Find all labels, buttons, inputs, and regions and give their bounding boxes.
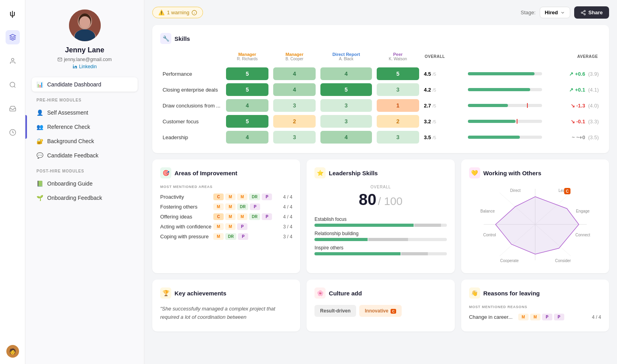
area-score: 4 / 4 [283,194,292,200]
skill-bar [466,98,544,113]
user-avatar[interactable]: 🧑 [6,345,19,358]
nav-onboarding-feedback[interactable]: 🌱 Onboarding Feedback [32,191,138,205]
skills-title: 🔧 Skills [160,33,601,44]
share-button[interactable]: Share [574,6,609,19]
chevron-down-icon [560,10,565,15]
candidate-linkedin[interactable]: Linkedin [32,64,138,69]
leaving-card: 👋 Reasons for leaving MOST MENTIONED REA… [461,280,609,331]
area-tag: M [237,193,247,200]
area-row: Offering ideasCMMDRP4 / 4 [160,213,292,220]
culture-tag-innovative: Innovative C [359,305,402,317]
col-overall: OVERALL [422,50,466,66]
dashboard-icon: 📊 [36,81,43,88]
skill-name: Closing enterprise deals [160,82,224,98]
nav-user-icon[interactable] [6,54,20,68]
score-m2: 3 [271,98,318,113]
score-dr: 4 [318,129,374,145]
area-row: Coping with pressureMDRP3 / 4 [160,233,292,240]
nav-layers-icon[interactable] [6,30,20,44]
reference-check-icon: 👥 [36,124,43,130]
score-m1: 5 [224,66,271,82]
svg-line-21 [583,11,584,12]
score-dr: 3 [318,98,374,113]
skill-name: Performance [160,66,224,82]
culture-title: 🌸 Culture add [314,287,446,299]
area-tag: P [262,193,272,200]
skills-card: 🔧 Skills Manager R. Richards Manager B. … [152,25,609,153]
score-dr: 5 [318,82,374,98]
leadership-score: 80 [359,191,377,208]
stage-select[interactable]: Hired [540,7,570,18]
area-tag: M [213,223,224,230]
stage-area: Stage: Hired Share [521,6,609,19]
culture-c-badge: C [391,309,397,314]
svg-text:Direct: Direct [510,188,520,193]
skill-overall: 3.2 /5 [422,113,466,129]
nav-inbox-icon[interactable] [6,102,20,116]
candidate-photo [69,10,101,41]
nav-search-icon[interactable] [6,78,20,92]
warning-badge[interactable]: ⚠️ 1 warning [152,7,203,18]
skill-avg: ↗ +0.6 (3.9) [544,66,601,82]
working-card: 💛 Working with Others Direct Lead Balanc… [461,159,609,273]
culture-icon: 🌸 [314,287,326,299]
onboarding-guide-icon: 📗 [36,180,43,187]
leadership-skill-row: Relationship building [314,231,446,241]
leadership-skill-row: Inspire others [314,245,446,255]
candidate-feedback-icon: 💬 [36,152,43,159]
skill-bar-track [314,252,446,255]
score-peer: 1 [374,98,422,113]
area-row: Fostering othersMMDRP4 / 4 [160,203,292,210]
svg-point-10 [79,16,90,28]
top-bar: ⚠️ 1 warning Stage: Hired Share [152,6,609,19]
area-name: Offering ideas [160,214,212,220]
leadership-bars: Establish focus Relationship building In… [314,216,446,255]
area-tag: P [250,203,260,210]
col-manager1-role: Manager R. Richards [224,50,271,66]
accent-bar [25,115,27,139]
skill-name: Leadership [160,129,224,145]
nav-onboarding-guide[interactable]: 📗 Onboarding Guide [32,176,138,191]
score-dr: 3 [318,113,374,129]
leaving-score: 4 / 4 [592,314,601,320]
nav-self-assessment[interactable]: 👤 Self Assessment [32,105,138,120]
skill-bar-label: Establish focus [314,216,446,222]
nav-background-check[interactable]: 🔐 Background Check [32,134,138,148]
skill-overall: 2.7 /5 [422,98,466,113]
col-manager2-role: Manager B. Cooper [271,50,318,66]
radar-chart: Direct Lead Balance Engage Control Conne… [469,185,601,264]
skill-avg: ↗ +0.1 (4.1) [544,82,601,98]
skill-name: Draw conclusions from ... [160,98,224,113]
score-peer: 3 [374,82,422,98]
svg-point-17 [584,10,586,12]
info-icon [192,10,197,15]
svg-point-19 [584,13,586,15]
stage-value: Hired [545,10,558,15]
nav-reference-check[interactable]: 👥 Reference Check [32,120,138,134]
skill-bar [466,113,544,129]
area-tag: M [225,193,236,200]
area-tag: M [225,203,236,210]
score-peer: 3 [374,129,422,145]
svg-text:C: C [566,189,569,193]
svg-marker-26 [495,197,579,254]
background-check-icon: 🔐 [36,138,43,144]
nav-candidate-feedback[interactable]: 💬 Candidate Feedback [32,148,138,163]
middle-row: 🎯 Areas of Improvement MOST MENTIONED AR… [152,159,609,280]
icon-sidebar: ψ 🧑 [0,0,25,364]
svg-point-1 [11,58,14,61]
leaving-most-mentioned: MOST MENTIONED REASONS [469,305,601,309]
col-direct-role: Direct Report A. Black [318,50,374,66]
working-icon: 💛 [469,167,480,178]
candidate-email: jenny.lane@gmail.com [32,57,138,62]
area-name: Coping with pressure [160,234,212,239]
skill-overall: 4.2 /5 [422,82,466,98]
nav-clock-icon[interactable] [6,125,20,140]
skill-avg: ~ ~+0 (3.5) [544,129,601,145]
nav-candidate-dashboard[interactable]: 📊 Candidate Dashboard [32,77,138,92]
area-tag: DR [225,233,236,240]
skill-bar-track [314,238,446,241]
stage-label: Stage: [521,10,536,15]
radar-area: Direct Lead Balance Engage Control Conne… [469,185,601,265]
area-score: 3 / 4 [283,234,292,239]
